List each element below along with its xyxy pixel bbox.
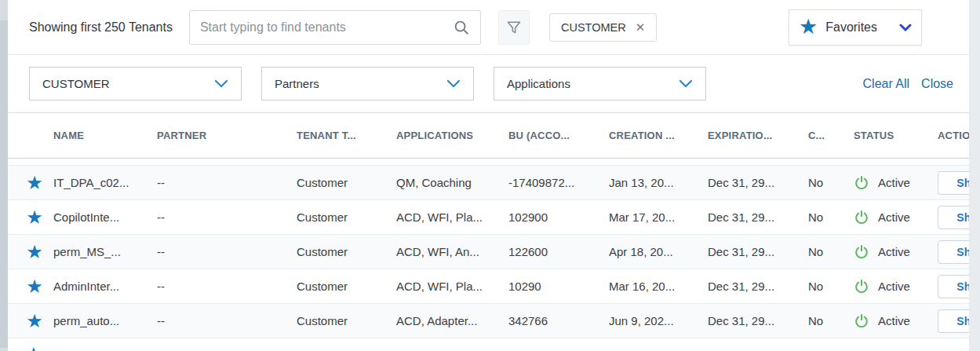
favorites-star-icon: ★ <box>799 16 818 38</box>
favorites-label: Favorites <box>825 20 877 35</box>
cell-partner: -- <box>157 314 297 327</box>
status-text: Active <box>878 280 910 293</box>
cell-c: No <box>808 210 854 224</box>
cell-creation: Apr 18, 20... <box>609 245 708 258</box>
column-header-bu[interactable]: BU (ACCO... <box>508 130 609 141</box>
cell-tenant-type: Customer <box>297 280 396 293</box>
status-text: Active <box>878 210 910 224</box>
favorite-star-icon[interactable]: ★ <box>26 277 43 296</box>
favorite-star-icon[interactable]: ★ <box>25 345 42 351</box>
cell-expiration: Dec 31, 29... <box>708 176 808 189</box>
column-header-c[interactable]: C... <box>808 130 854 141</box>
search-icon[interactable] <box>453 19 470 36</box>
cell-bu: 342766 <box>508 314 609 327</box>
cell-applications: ACD, WFI, Pla... <box>396 280 508 293</box>
cell-name: IT_DPA_c02... <box>53 176 157 189</box>
cell-c: No <box>808 280 854 293</box>
table-row[interactable]: ★ CopilotInte... -- Customer ACD, WFI, P… <box>8 200 969 235</box>
column-header-actions[interactable]: ACTIO <box>938 130 969 141</box>
chevron-down-icon <box>446 79 461 88</box>
cell-status: Active <box>854 210 938 225</box>
table-row[interactable]: ★ AdminInter... -- Customer ACD, WFI, Pl… <box>8 269 969 304</box>
column-header-tenant-type[interactable]: TENANT T... <box>297 130 396 141</box>
clear-all-link[interactable]: Clear All <box>863 77 910 91</box>
table-body: ★ IT_DPA_c02... -- Customer QM, Coaching… <box>8 166 969 338</box>
favorite-star-icon[interactable]: ★ <box>26 312 43 331</box>
filter-button[interactable] <box>498 10 530 45</box>
table-row[interactable]: ★ IT_DPA_c02... -- Customer QM, Coaching… <box>8 166 969 200</box>
tenant-type-dropdown[interactable]: CUSTOMER <box>29 67 242 101</box>
column-header-expiration[interactable]: EXPIRATIO... <box>708 130 808 141</box>
right-scrollbar-track[interactable] <box>969 0 980 351</box>
cell-c: No <box>808 314 854 327</box>
show-button[interactable]: Show <box>938 171 969 195</box>
table-header: NAME PARTNER TENANT T... APPLICATIONS BU… <box>8 113 969 159</box>
left-edge-strip <box>0 0 8 351</box>
cell-expiration: Dec 31, 29... <box>708 314 808 327</box>
favorites-dropdown[interactable]: ★ Favorites <box>789 9 922 46</box>
cell-partner: -- <box>157 280 297 293</box>
tenant-search-box[interactable] <box>189 10 481 45</box>
favorite-star-icon[interactable]: ★ <box>26 243 43 261</box>
status-text: Active <box>878 314 910 327</box>
cell-status: Active <box>854 313 938 329</box>
partners-dropdown[interactable]: Partners <box>261 67 474 101</box>
cell-c: No <box>808 245 854 258</box>
partial-next-row: ★ <box>8 338 969 351</box>
tenants-page: Showing first 250 Tenants CUSTOMER ✕ ★ F… <box>8 0 969 351</box>
chip-remove-icon[interactable]: ✕ <box>636 21 646 33</box>
column-header-applications[interactable]: APPLICATIONS <box>396 130 508 141</box>
left-scrollbar-thumb[interactable] <box>0 20 8 348</box>
cell-expiration: Dec 31, 29... <box>708 280 808 293</box>
cell-status: Active <box>854 244 938 260</box>
cell-applications: ACD, Adapter... <box>396 314 508 327</box>
top-toolbar: Showing first 250 Tenants CUSTOMER ✕ ★ F… <box>8 0 969 55</box>
cell-tenant-type: Customer <box>297 245 396 258</box>
status-text: Active <box>878 245 910 258</box>
cell-bu: 10290 <box>508 280 609 293</box>
cell-bu: 122600 <box>508 245 609 258</box>
show-button[interactable]: Show <box>938 309 969 333</box>
dropdown-label: Applications <box>507 77 570 90</box>
cell-name: AdminInter... <box>53 280 157 293</box>
cell-tenant-type: Customer <box>297 314 396 327</box>
filter-chip-customer[interactable]: CUSTOMER ✕ <box>549 13 657 42</box>
search-input[interactable] <box>200 20 453 35</box>
cell-bu: -17409872... <box>508 176 609 189</box>
cell-bu: 102900 <box>508 210 609 224</box>
cell-status: Active <box>854 279 938 294</box>
favorite-star-icon[interactable]: ★ <box>26 174 43 192</box>
column-header-creation[interactable]: CREATION ... <box>609 130 708 141</box>
column-header-status[interactable]: STATUS <box>854 130 938 141</box>
chevron-down-icon <box>679 79 693 88</box>
scrolled-row-sliver <box>8 159 969 166</box>
cell-name: CopilotInte... <box>53 210 157 224</box>
show-button[interactable]: Show <box>938 275 969 298</box>
cell-partner: -- <box>157 210 297 224</box>
table-row[interactable]: ★ perm_MS_... -- Customer ACD, WFI, An..… <box>8 235 969 269</box>
cell-c: No <box>808 176 854 189</box>
table-row[interactable]: ★ perm_auto... -- Customer ACD, Adapter.… <box>8 304 969 338</box>
column-header-partner[interactable]: PARTNER <box>157 130 297 141</box>
cell-creation: Jun 9, 202... <box>609 314 708 327</box>
favorite-star-icon[interactable]: ★ <box>26 208 43 227</box>
dropdown-label: Partners <box>275 77 319 90</box>
dropdown-label: CUSTOMER <box>42 77 110 90</box>
cell-tenant-type: Customer <box>297 176 396 189</box>
column-header-name[interactable]: NAME <box>53 130 157 141</box>
cell-name: perm_MS_... <box>53 245 157 258</box>
close-link[interactable]: Close <box>921 77 953 91</box>
status-text: Active <box>878 176 910 189</box>
cell-applications: ACD, WFI, An... <box>396 245 508 258</box>
show-button[interactable]: Show <box>938 240 969 264</box>
cell-creation: Mar 17, 20... <box>609 210 708 224</box>
power-icon <box>854 210 869 225</box>
showing-count-text: Showing first 250 Tenants <box>29 20 173 35</box>
cell-creation: Mar 16, 20... <box>609 280 708 293</box>
cell-expiration: Dec 31, 29... <box>708 210 808 224</box>
applications-dropdown[interactable]: Applications <box>494 67 706 101</box>
power-icon <box>854 175 869 191</box>
show-button[interactable]: Show <box>938 206 969 229</box>
favorites-chevron-down-icon <box>899 24 912 31</box>
cell-applications: ACD, WFI, Pla... <box>396 210 508 224</box>
